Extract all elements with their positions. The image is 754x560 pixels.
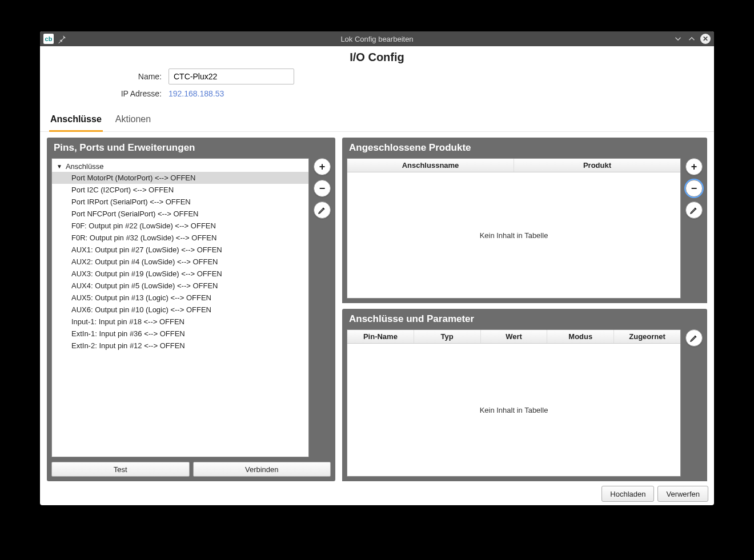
params-col-mode[interactable]: Modus [547,330,614,343]
panels: Pins, Ports und Erweiterungen ▼ Anschlüs… [40,132,714,481]
tree[interactable]: ▼ Anschlüsse Port MotorPt (MotorPort) <-… [51,158,309,457]
tree-item[interactable]: F0R: Output pin #32 (LowSide) <--> OFFEN [52,232,308,244]
products-remove-button[interactable]: − [685,180,703,197]
products-panel: Angeschlossene Produkte Anschlussname Pr… [342,138,707,303]
products-add-button[interactable]: + [685,158,703,175]
name-input[interactable] [169,69,294,84]
discard-button[interactable]: Verwerfen [657,486,708,502]
titlebar: cb Lok Config bearbeiten ✕ [40,31,714,46]
tree-item[interactable]: Port I2C (I2CPort) <--> OFFEN [52,184,308,196]
params-col-value[interactable]: Wert [481,330,548,343]
tree-item[interactable]: Port MotorPt (MotorPort) <--> OFFEN [52,172,308,184]
tree-item[interactable]: AUX5: Output pin #13 (Logic) <--> OFFEN [52,292,308,304]
upload-button[interactable]: Hochladen [601,486,654,502]
chevron-down-icon: ▼ [57,163,62,170]
params-col-pinname[interactable]: Pin-Name [347,330,414,343]
page-title: I/O Config [40,46,714,66]
params-side-buttons [685,329,703,477]
window-title: Lok Config bearbeiten [40,35,714,43]
products-col-name[interactable]: Anschlussname [347,159,514,172]
chevron-up-icon[interactable] [687,34,697,44]
tabs: Anschlüsse Aktionen [40,100,714,132]
products-panel-header: Angeschlossene Produkte [342,138,707,158]
tree-item[interactable]: AUX6: Output pin #10 (Logic) <--> OFFEN [52,304,308,316]
tree-item[interactable]: ExtIn-2: Input pin #12 <--> OFFEN [52,340,308,352]
remove-button[interactable]: − [314,180,331,197]
add-button[interactable]: + [314,158,331,175]
params-table[interactable]: Pin-Name Typ Wert Modus Zugeornet Kein I… [347,329,681,477]
products-empty: Kein Inhalt in Tabelle [480,231,548,240]
tab-actions[interactable]: Aktionen [114,111,152,131]
tree-root-label: Anschlüsse [66,162,103,171]
pins-side-buttons: + − [314,158,331,457]
tree-item[interactable]: AUX1: Output pin #27 (LowSide) <--> OFFE… [52,244,308,256]
ip-label: IP Adresse: [51,89,169,98]
tree-item[interactable]: F0F: Output pin #22 (LowSide) <--> OFFEN [52,220,308,232]
tree-item[interactable]: Input-1: Input pin #18 <--> OFFEN [52,316,308,328]
chevron-down-icon[interactable] [673,34,683,44]
tree-root-node[interactable]: ▼ Anschlüsse [52,161,308,172]
content: I/O Config Name: IP Adresse: 192.168.188… [40,46,714,505]
tab-connections[interactable]: Anschlüsse [49,111,103,132]
ip-address-link[interactable]: 192.168.188.53 [169,89,224,98]
test-button[interactable]: Test [51,462,190,477]
name-row: Name: [40,66,714,87]
params-panel-header: Anschlüsse und Parameter [342,309,707,329]
tree-item[interactable]: Port NFCPort (SerialPort) <--> OFFEN [52,208,308,220]
params-panel: Anschlüsse und Parameter Pin-Name Typ We… [342,309,707,481]
products-table[interactable]: Anschlussname Produkt Kein Inhalt in Tab… [347,158,681,299]
ip-row: IP Adresse: 192.168.188.53 [40,87,714,100]
close-icon[interactable]: ✕ [700,34,711,44]
params-col-assigned[interactable]: Zugeornet [614,330,680,343]
tree-item[interactable]: AUX4: Output pin #5 (LowSide) <--> OFFEN [52,280,308,292]
tree-item[interactable]: ExtIn-1: Input pin #36 <--> OFFEN [52,328,308,340]
pins-panel: Pins, Ports und Erweiterungen ▼ Anschlüs… [47,138,335,481]
params-col-type[interactable]: Typ [414,330,481,343]
edit-button[interactable] [314,202,331,219]
pins-panel-header: Pins, Ports und Erweiterungen [47,138,335,158]
params-empty: Kein Inhalt in Tabelle [480,406,548,414]
tree-item[interactable]: AUX2: Output pin #4 (LowSide) <--> OFFEN [52,256,308,268]
products-edit-button[interactable] [685,202,703,219]
products-side-buttons: + − [685,158,703,299]
connect-button[interactable]: Verbinden [193,462,331,477]
name-label: Name: [51,72,169,81]
bottom-bar: Hochladen Verwerfen [40,481,714,502]
tree-item[interactable]: AUX3: Output pin #19 (LowSide) <--> OFFE… [52,268,308,280]
products-col-product[interactable]: Produkt [514,159,680,172]
params-edit-button[interactable] [685,329,703,347]
tree-item[interactable]: Port IRPort (SerialPort) <--> OFFEN [52,196,308,208]
window: cb Lok Config bearbeiten ✕ I/O Config Na… [40,31,714,505]
right-column: Angeschlossene Produkte Anschlussname Pr… [342,138,707,481]
